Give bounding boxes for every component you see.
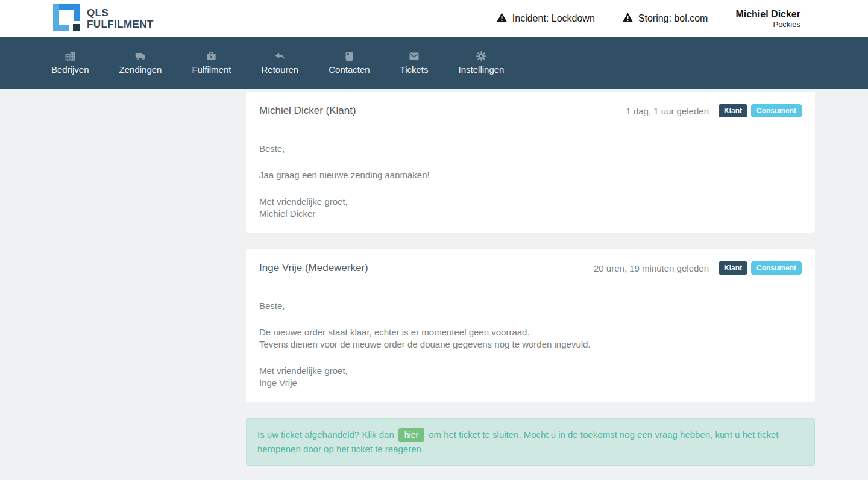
message-meta: 1 dag, 1 uur geleden KlantConsument	[626, 104, 802, 117]
nav-label-contacten: Contacten	[329, 64, 370, 75]
qls-logo-icon	[53, 4, 80, 33]
message-badges: KlantConsument	[715, 104, 802, 117]
notice-text-before: Is uw ticket afgehandeld? Klik dan	[257, 429, 394, 440]
nav-item-retouren[interactable]: Retouren	[246, 51, 313, 75]
close-ticket-notice: Is uw ticket afgehandeld? Klik danhierom…	[246, 418, 815, 466]
message-author: Michiel Dicker (Klant)	[259, 105, 356, 117]
message-card: Inge Vrije (Medewerker) 20 uren, 19 minu…	[246, 249, 815, 402]
nav-label-fulfilment: Fulfilment	[192, 64, 231, 75]
nav-item-bedrijven[interactable]: Bedrijven	[36, 51, 104, 75]
incident-alert-label: Incident: Lockdown	[512, 13, 595, 24]
nav-label-tickets: Tickets	[400, 64, 429, 75]
gear-icon	[476, 51, 487, 62]
truck-icon	[134, 51, 147, 62]
reply-arrow-icon	[274, 51, 286, 62]
user-menu[interactable]: Michiel Dicker Pockies	[735, 8, 800, 30]
badge-consument: Consument	[751, 104, 802, 117]
user-company: Pockies	[735, 20, 800, 30]
message-meta: 20 uren, 19 minuten geleden KlantConsume…	[594, 261, 802, 275]
messages-list: Michiel Dicker (Klant) 1 dag, 1 uur gele…	[246, 92, 815, 402]
close-ticket-hier-button[interactable]: hier	[398, 428, 424, 442]
storing-alert[interactable]: Storing: bol.com	[623, 13, 708, 25]
badge-klant: Klant	[719, 261, 747, 275]
message-header: Inge Vrije (Medewerker) 20 uren, 19 minu…	[259, 249, 802, 285]
briefcase-play-icon	[206, 51, 217, 62]
nav-label-instellingen: Instellingen	[459, 64, 505, 75]
top-header: QLS FULFILMENT Incident: Lockdown	[0, 0, 868, 37]
message-body: Beste,De nieuwe order staat klaar, echte…	[259, 285, 802, 402]
nav-item-contacten[interactable]: Contacten	[313, 51, 385, 75]
storing-alert-label: Storing: bol.com	[638, 13, 708, 24]
message-card: Michiel Dicker (Klant) 1 dag, 1 uur gele…	[246, 92, 815, 233]
ticket-conversation: Michiel Dicker (Klant) 1 dag, 1 uur gele…	[0, 89, 868, 480]
nav-item-fulfilment[interactable]: Fulfilment	[177, 51, 246, 75]
nav-label-retouren: Retouren	[261, 64, 298, 75]
qls-logo-text: QLS FULFILMENT	[87, 7, 154, 30]
message-badges: KlantConsument	[715, 261, 802, 275]
message-timestamp: 20 uren, 19 minuten geleden	[594, 263, 709, 273]
nav-item-zendingen[interactable]: Zendingen	[104, 51, 177, 75]
message-header: Michiel Dicker (Klant) 1 dag, 1 uur gele…	[259, 92, 802, 128]
address-book-icon	[344, 51, 354, 62]
badge-klant: Klant	[719, 104, 747, 117]
nav-item-instellingen[interactable]: Instellingen	[444, 51, 520, 75]
warning-triangle-icon	[623, 13, 633, 25]
message-body: Beste,Jaa graag een nieuwe zending aanma…	[259, 128, 802, 233]
warning-triangle-icon	[497, 13, 507, 25]
main-navigation: Bedrijven Zendingen Fulfilment	[0, 37, 868, 89]
qls-logo[interactable]: QLS FULFILMENT	[53, 4, 154, 33]
incident-alert[interactable]: Incident: Lockdown	[497, 13, 595, 25]
badge-consument: Consument	[751, 261, 802, 275]
nav-label-bedrijven: Bedrijven	[51, 64, 89, 75]
nav-item-tickets[interactable]: Tickets	[385, 51, 444, 75]
building-icon	[64, 51, 76, 62]
message-timestamp: 1 dag, 1 uur geleden	[626, 106, 709, 116]
user-name: Michiel Dicker	[735, 8, 800, 20]
message-author: Inge Vrije (Medewerker)	[259, 262, 368, 274]
envelope-icon	[408, 51, 420, 62]
nav-label-zendingen: Zendingen	[119, 64, 162, 75]
